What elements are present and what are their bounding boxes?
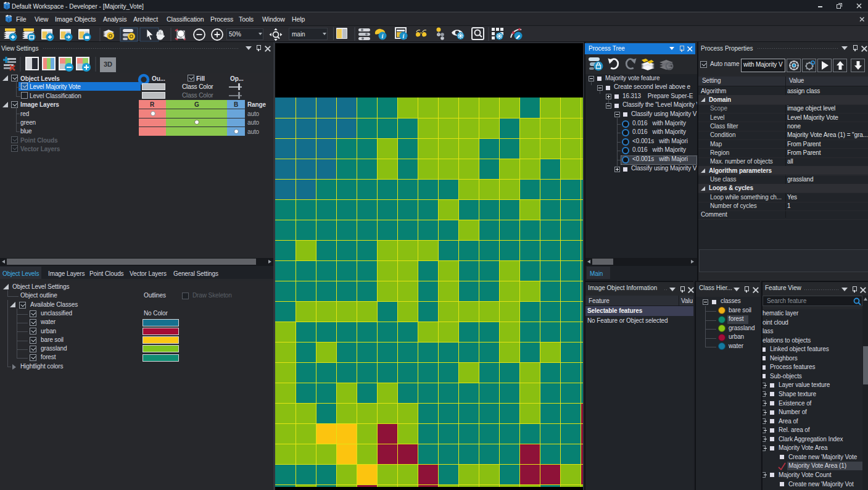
svg-text:i: i: [403, 33, 405, 39]
svg-text:i: i: [382, 33, 384, 39]
